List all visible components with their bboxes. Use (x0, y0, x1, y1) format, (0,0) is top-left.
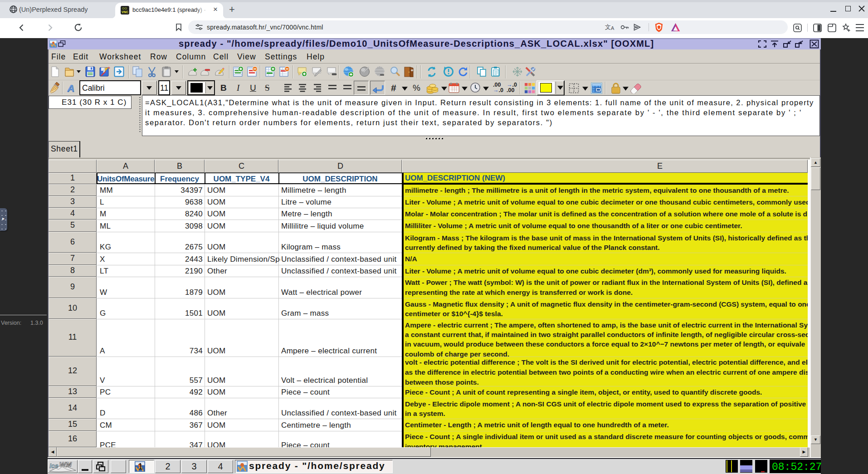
svg-text:Ice: Ice (49, 462, 59, 469)
svg-text:WM: WM (59, 460, 72, 468)
